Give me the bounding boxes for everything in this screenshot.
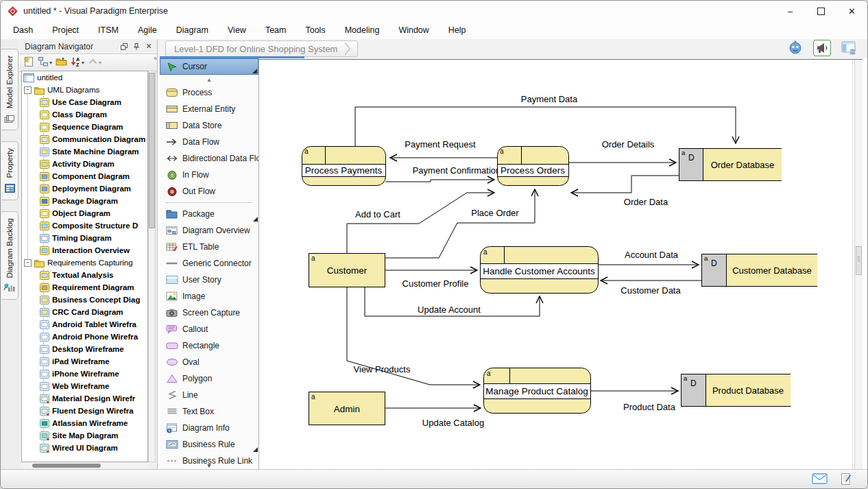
tree-item-requirement-diagram[interactable]: Requirement Diagram xyxy=(22,281,147,294)
tree-item-crc-card-diagram[interactable]: CRC Card Diagram xyxy=(22,306,147,318)
palette-item-image[interactable]: Image xyxy=(160,288,258,305)
diagram-canvas[interactable]: Payment Data Payment Request Payment Con… xyxy=(259,59,863,470)
palette-item-diagram-info[interactable]: Diagram Info xyxy=(160,420,258,436)
menu-itsm[interactable]: ITSM xyxy=(88,21,128,39)
menu-view[interactable]: View xyxy=(218,21,256,39)
sort-icon[interactable]: AZ▾ xyxy=(69,56,86,71)
palette-item-business-rule[interactable]: Business Rule xyxy=(160,436,258,453)
notes-icon[interactable] xyxy=(841,473,852,488)
palette-item-generic-connector[interactable]: Generic Connector xyxy=(160,255,258,272)
menu-agile[interactable]: Agile xyxy=(128,21,167,39)
dropdown-caret[interactable]: ▾ xyxy=(49,60,52,66)
tree-item-timing-diagram[interactable]: Timing Diagram xyxy=(22,232,147,244)
palette-item-external-entity[interactable]: External Entity xyxy=(160,101,258,117)
tree-item-iphone-wireframe[interactable]: iPhone Wireframe xyxy=(22,368,147,380)
canvas-vertical-scrollbar[interactable] xyxy=(854,60,863,470)
palette-item-data-flow[interactable]: Data Flow xyxy=(160,134,258,150)
dropdown-caret[interactable]: ▾ xyxy=(82,60,84,66)
open-folder-icon[interactable] xyxy=(54,56,69,70)
menu-team[interactable]: Team xyxy=(256,21,296,39)
tree-item-activity-diagram[interactable]: Activity Diagram xyxy=(22,158,147,170)
palette-item-line[interactable]: Line xyxy=(160,387,258,403)
menu-window[interactable]: Window xyxy=(389,21,438,39)
palette-item-screen-capture[interactable]: Screen Capture xyxy=(160,305,258,321)
tree-item-interaction-overview[interactable]: Interaction Overview xyxy=(22,244,147,257)
palette-item-package[interactable]: Package xyxy=(160,206,258,222)
process-orders-node[interactable]: a Process Orders xyxy=(498,147,569,186)
minimize-button[interactable]: – xyxy=(775,1,806,21)
customer-node[interactable]: a Customer xyxy=(309,254,385,287)
tree-item-object-diagram[interactable]: Object Diagram xyxy=(22,207,147,219)
tree-item-component-diagram[interactable]: Component Diagram xyxy=(22,170,147,182)
tree-item-material-design-wirefr[interactable]: Material Design Wirefr xyxy=(22,392,147,405)
breadcrumb[interactable]: Level-1 DFD for Online Shopping System xyxy=(165,40,358,57)
handle-customer-accounts-node[interactable]: a Handle Customer Accounts xyxy=(481,247,599,294)
tree-item-composite-structure-d[interactable]: Composite Structure D xyxy=(22,219,147,232)
tree-item-class-diagram[interactable]: Class Diagram xyxy=(22,108,147,121)
toolbar-overflow[interactable]: » xyxy=(154,55,156,62)
menu-modeling[interactable]: Modeling xyxy=(335,21,389,39)
navigator-horizontal-scrollbar[interactable] xyxy=(21,463,148,468)
tree-item-web-wireframe[interactable]: Web Wireframe xyxy=(22,380,147,392)
palette-scroll-down-icon[interactable]: ▼ xyxy=(160,462,258,469)
close-icon[interactable]: ✕ xyxy=(143,42,154,51)
palette-item-data-store[interactable]: Data Store xyxy=(160,117,258,134)
tree-item-ipad-wireframe[interactable]: iPad Wireframe xyxy=(22,355,147,368)
palette-item-oval[interactable]: Oval xyxy=(160,354,258,370)
tree-item-requirements-capturing[interactable]: −Requirements Capturing xyxy=(22,257,147,269)
side-tab-model-explorer[interactable]: Model Explorer xyxy=(1,49,19,130)
palette-item-etl-table[interactable]: ETL Table xyxy=(160,239,258,255)
collapse-expander-icon[interactable]: − xyxy=(24,86,32,94)
bot-icon[interactable] xyxy=(786,40,804,56)
tree-item-textual-analysis[interactable]: Textual Analysis xyxy=(22,269,147,281)
palette-scroll-up-icon[interactable]: ▲ xyxy=(160,75,258,84)
tree-item-sequence-diagram[interactable]: Sequence Diagram xyxy=(22,121,147,133)
new-diagram-icon[interactable] xyxy=(22,56,36,71)
palette-item-user-story[interactable]: User Story xyxy=(160,272,258,288)
order-database-node[interactable]: a D Order Database xyxy=(679,149,782,181)
navigator-vertical-scrollbar[interactable] xyxy=(148,71,156,462)
tree-item-untitled[interactable]: untitled xyxy=(22,71,147,84)
tree-item-wired-ui-diagram[interactable]: Wired UI Diagram xyxy=(22,442,147,454)
palette-item-text-box[interactable]: Text Box xyxy=(160,403,258,420)
palette-item-rectangle[interactable]: Rectangle xyxy=(160,337,258,354)
tree-item-desktop-wireframe[interactable]: Desktop Wireframe xyxy=(22,343,147,355)
panel-layout-icon[interactable] xyxy=(840,40,858,56)
product-database-node[interactable]: a D Product Database xyxy=(682,374,791,407)
customer-database-node[interactable]: a D Customer Database xyxy=(702,254,818,287)
palette-item-out-flow[interactable]: Out Flow xyxy=(160,183,258,200)
manage-product-catalog-node[interactable]: a Manage Product Catalog xyxy=(484,368,591,414)
admin-node[interactable]: a Admin xyxy=(309,392,385,425)
up-icon[interactable]: ▾ xyxy=(86,56,103,70)
tree-item-android-tablet-wirefra[interactable]: Android Tablet Wirefra xyxy=(22,318,147,331)
menu-project[interactable]: Project xyxy=(43,21,88,39)
menu-help[interactable]: Help xyxy=(439,21,476,39)
tree-item-site-map-diagram[interactable]: Site Map Diagram xyxy=(22,429,147,442)
tree-item-atlassian-wireframe[interactable]: Atlassian Wireframe xyxy=(22,417,147,429)
flow-order-data[interactable] xyxy=(571,176,679,193)
menu-dash[interactable]: Dash xyxy=(3,21,43,39)
menu-diagram[interactable]: Diagram xyxy=(167,21,218,39)
megaphone-icon[interactable] xyxy=(813,40,831,56)
side-tab-property[interactable]: Property xyxy=(1,141,19,200)
palette-item-diagram-overview[interactable]: Diagram Overview xyxy=(160,222,258,239)
tree-item-state-machine-diagram[interactable]: State Machine Diagram xyxy=(22,145,147,158)
tree-item-fluent-design-wirefra[interactable]: Fluent Design Wirefra xyxy=(22,405,147,417)
palette-item-cursor[interactable]: Cursor xyxy=(160,58,258,75)
group-by-icon[interactable]: ▾ xyxy=(36,56,53,71)
palette-item-polygon[interactable]: Polygon xyxy=(160,370,258,387)
palette-item-in-flow[interactable]: In Flow xyxy=(160,167,258,183)
collapse-expander-icon[interactable]: − xyxy=(24,259,32,267)
mail-icon[interactable] xyxy=(812,473,828,488)
palette-item-bidirectional-data-flow[interactable]: Bidirectional Data Flow xyxy=(160,150,258,167)
menu-tools[interactable]: Tools xyxy=(296,21,335,39)
tree-item-business-concept-diag[interactable]: Business Concept Diag xyxy=(22,294,147,306)
palette-item-process[interactable]: Process xyxy=(160,84,258,101)
dropdown-caret[interactable]: ▾ xyxy=(99,60,101,66)
palette-item-callout[interactable]: Callout xyxy=(160,321,258,337)
pin-icon[interactable] xyxy=(131,42,142,51)
process-payments-node[interactable]: a Process Payments xyxy=(302,147,386,186)
side-tab-diagram-backlog[interactable]: Diagram Backlog xyxy=(1,211,19,300)
tree-item-package-diagram[interactable]: Package Diagram xyxy=(22,195,147,207)
flow-payment-confirmation[interactable] xyxy=(385,180,494,182)
